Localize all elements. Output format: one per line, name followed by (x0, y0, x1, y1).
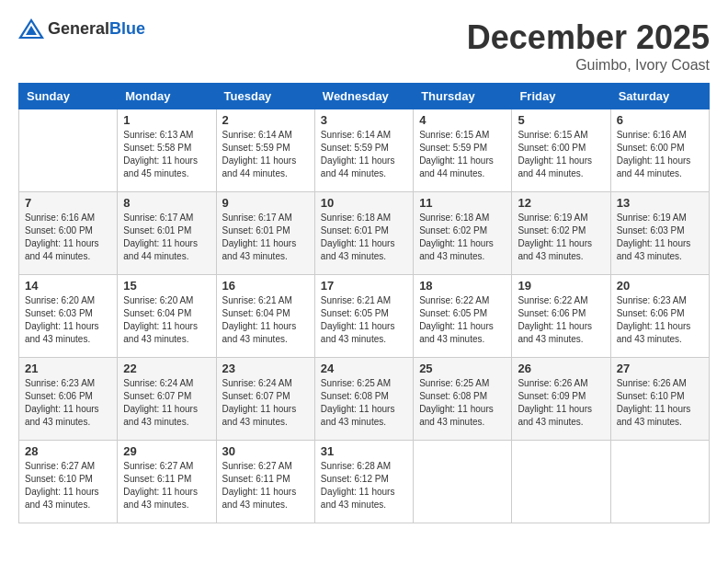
day-info: Sunrise: 6:21 AMSunset: 6:04 PMDaylight:… (222, 294, 309, 346)
day-info: Sunrise: 6:21 AMSunset: 6:05 PMDaylight:… (321, 294, 407, 346)
table-row: 27Sunrise: 6:26 AMSunset: 6:10 PMDayligh… (610, 358, 709, 441)
day-number: 25 (419, 362, 506, 375)
table-row: 18Sunrise: 6:22 AMSunset: 6:05 PMDayligh… (414, 275, 512, 358)
day-number: 12 (518, 196, 604, 210)
table-row (414, 441, 512, 523)
day-number: 11 (419, 196, 506, 210)
table-row: 1Sunrise: 6:13 AMSunset: 5:58 PMDaylight… (118, 109, 216, 192)
day-number: 18 (419, 279, 506, 293)
day-info: Sunrise: 6:18 AMSunset: 6:02 PMDaylight:… (419, 212, 506, 263)
table-row (19, 109, 118, 192)
table-row: 10Sunrise: 6:18 AMSunset: 6:01 PMDayligh… (314, 192, 413, 275)
day-info: Sunrise: 6:22 AMSunset: 6:05 PMDaylight:… (419, 294, 506, 346)
day-number: 15 (123, 279, 210, 293)
calendar-week-row: 7Sunrise: 6:16 AMSunset: 6:00 PMDaylight… (19, 192, 710, 275)
calendar-header-sunday: Sunday (19, 84, 118, 109)
table-row: 17Sunrise: 6:21 AMSunset: 6:05 PMDayligh… (314, 275, 413, 358)
day-info: Sunrise: 6:15 AMSunset: 5:59 PMDaylight:… (419, 129, 506, 180)
day-number: 20 (617, 279, 703, 293)
day-info: Sunrise: 6:19 AMSunset: 6:02 PMDaylight:… (518, 212, 604, 263)
day-info: Sunrise: 6:25 AMSunset: 6:08 PMDaylight:… (321, 377, 407, 429)
day-info: Sunrise: 6:17 AMSunset: 6:01 PMDaylight:… (123, 212, 210, 263)
day-info: Sunrise: 6:13 AMSunset: 5:58 PMDaylight:… (123, 129, 210, 180)
day-info: Sunrise: 6:23 AMSunset: 6:06 PMDaylight:… (25, 377, 111, 429)
location-title: Guimbo, Ivory Coast (467, 57, 710, 74)
logo-text-blue: Blue (109, 19, 145, 38)
day-number: 30 (222, 444, 309, 458)
table-row: 11Sunrise: 6:18 AMSunset: 6:02 PMDayligh… (414, 192, 512, 275)
table-row: 3Sunrise: 6:14 AMSunset: 5:59 PMDaylight… (314, 109, 413, 192)
calendar-week-row: 14Sunrise: 6:20 AMSunset: 6:03 PMDayligh… (19, 275, 710, 358)
day-number: 9 (222, 196, 309, 210)
table-row: 23Sunrise: 6:24 AMSunset: 6:07 PMDayligh… (216, 358, 314, 441)
table-row: 9Sunrise: 6:17 AMSunset: 6:01 PMDaylight… (216, 192, 314, 275)
table-row: 28Sunrise: 6:27 AMSunset: 6:10 PMDayligh… (19, 441, 118, 523)
table-row: 7Sunrise: 6:16 AMSunset: 6:00 PMDaylight… (19, 192, 118, 275)
table-row: 15Sunrise: 6:20 AMSunset: 6:04 PMDayligh… (118, 275, 216, 358)
table-row: 20Sunrise: 6:23 AMSunset: 6:06 PMDayligh… (610, 275, 709, 358)
logo: GeneralBlue (18, 18, 145, 39)
logo-text-general: General (48, 19, 109, 38)
day-info: Sunrise: 6:16 AMSunset: 6:00 PMDaylight:… (25, 212, 111, 263)
day-number: 7 (25, 196, 111, 210)
calendar-header-friday: Friday (512, 84, 610, 109)
table-row: 8Sunrise: 6:17 AMSunset: 6:01 PMDaylight… (118, 192, 216, 275)
table-row: 2Sunrise: 6:14 AMSunset: 5:59 PMDaylight… (216, 109, 314, 192)
logo-icon (18, 18, 44, 39)
day-number: 10 (321, 196, 407, 210)
table-row: 5Sunrise: 6:15 AMSunset: 6:00 PMDaylight… (512, 109, 610, 192)
calendar-week-row: 28Sunrise: 6:27 AMSunset: 6:10 PMDayligh… (19, 441, 710, 523)
calendar-header-wednesday: Wednesday (314, 84, 413, 109)
day-info: Sunrise: 6:27 AMSunset: 6:11 PMDaylight:… (123, 460, 210, 511)
table-row: 21Sunrise: 6:23 AMSunset: 6:06 PMDayligh… (19, 358, 118, 441)
table-row: 12Sunrise: 6:19 AMSunset: 6:02 PMDayligh… (512, 192, 610, 275)
day-info: Sunrise: 6:19 AMSunset: 6:03 PMDaylight:… (617, 212, 703, 263)
day-info: Sunrise: 6:28 AMSunset: 6:12 PMDaylight:… (321, 460, 407, 511)
day-number: 2 (222, 113, 309, 127)
calendar-header-monday: Monday (118, 84, 216, 109)
table-row: 24Sunrise: 6:25 AMSunset: 6:08 PMDayligh… (314, 358, 413, 441)
day-info: Sunrise: 6:15 AMSunset: 6:00 PMDaylight:… (518, 129, 604, 180)
day-number: 27 (617, 362, 703, 375)
day-info: Sunrise: 6:26 AMSunset: 6:10 PMDaylight:… (617, 377, 703, 429)
day-number: 17 (321, 279, 407, 293)
day-number: 14 (25, 279, 111, 293)
calendar-header-tuesday: Tuesday (216, 84, 314, 109)
day-number: 21 (25, 362, 111, 375)
day-info: Sunrise: 6:20 AMSunset: 6:04 PMDaylight:… (123, 294, 210, 346)
day-info: Sunrise: 6:14 AMSunset: 5:59 PMDaylight:… (222, 129, 309, 180)
day-number: 19 (518, 279, 604, 293)
day-info: Sunrise: 6:25 AMSunset: 6:08 PMDaylight:… (419, 377, 506, 429)
day-info: Sunrise: 6:27 AMSunset: 6:11 PMDaylight:… (222, 460, 309, 511)
title-area: December 2025 Guimbo, Ivory Coast (467, 18, 710, 74)
day-number: 5 (518, 113, 604, 127)
day-number: 6 (617, 113, 703, 127)
day-number: 16 (222, 279, 309, 293)
calendar-week-row: 1Sunrise: 6:13 AMSunset: 5:58 PMDaylight… (19, 109, 710, 192)
day-number: 8 (123, 196, 210, 210)
day-number: 3 (321, 113, 407, 127)
table-row: 14Sunrise: 6:20 AMSunset: 6:03 PMDayligh… (19, 275, 118, 358)
day-number: 1 (123, 113, 210, 127)
day-number: 24 (321, 362, 407, 375)
day-info: Sunrise: 6:16 AMSunset: 6:00 PMDaylight:… (617, 129, 703, 180)
day-info: Sunrise: 6:27 AMSunset: 6:10 PMDaylight:… (25, 460, 111, 511)
calendar-header-saturday: Saturday (610, 84, 709, 109)
day-number: 22 (123, 362, 210, 375)
day-info: Sunrise: 6:24 AMSunset: 6:07 PMDaylight:… (123, 377, 210, 429)
table-row: 26Sunrise: 6:26 AMSunset: 6:09 PMDayligh… (512, 358, 610, 441)
day-number: 4 (419, 113, 506, 127)
calendar-header-thursday: Thursday (414, 84, 512, 109)
table-row: 25Sunrise: 6:25 AMSunset: 6:08 PMDayligh… (414, 358, 512, 441)
table-row: 13Sunrise: 6:19 AMSunset: 6:03 PMDayligh… (610, 192, 709, 275)
day-number: 26 (518, 362, 604, 375)
table-row: 30Sunrise: 6:27 AMSunset: 6:11 PMDayligh… (216, 441, 314, 523)
day-number: 23 (222, 362, 309, 375)
table-row: 19Sunrise: 6:22 AMSunset: 6:06 PMDayligh… (512, 275, 610, 358)
table-row: 4Sunrise: 6:15 AMSunset: 5:59 PMDaylight… (414, 109, 512, 192)
day-number: 31 (321, 444, 407, 458)
calendar-header-row: SundayMondayTuesdayWednesdayThursdayFrid… (19, 84, 710, 109)
calendar-week-row: 21Sunrise: 6:23 AMSunset: 6:06 PMDayligh… (19, 358, 710, 441)
day-info: Sunrise: 6:18 AMSunset: 6:01 PMDaylight:… (321, 212, 407, 263)
day-info: Sunrise: 6:24 AMSunset: 6:07 PMDaylight:… (222, 377, 309, 429)
